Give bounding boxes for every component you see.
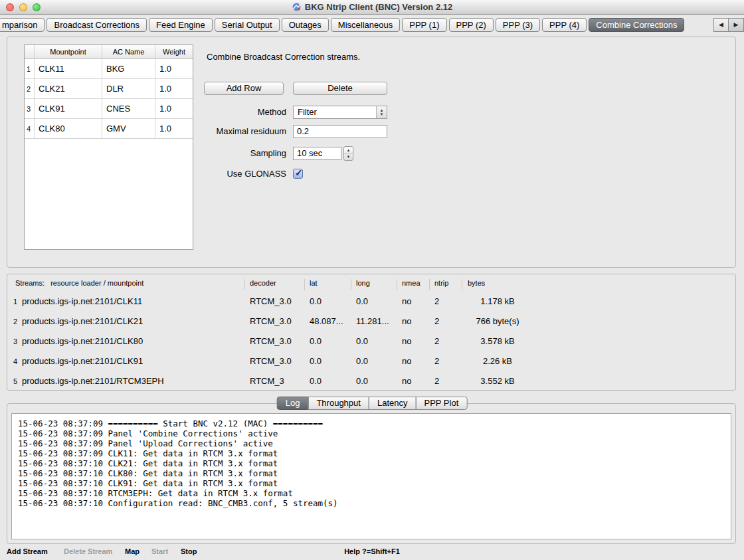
tab-broadcast-corrections[interactable]: Broadcast Corrections [46, 18, 147, 32]
log-line: 15-06-23 08:37:09 CLK11: Get data in RTC… [18, 448, 725, 458]
stream-row[interactable]: 2 products.igs-ip.net:2101/CLK21 RTCM_3.… [7, 312, 735, 331]
title-bar: BKG Ntrip Client (BNC) Version 2.12 [0, 0, 744, 15]
maximal-residuum-input[interactable]: 0.2 [293, 125, 387, 138]
row-number: 1 [13, 298, 17, 306]
stop-button[interactable]: Stop [181, 547, 197, 555]
stream-row[interactable]: 5 products.igs-ip.net:2101/RTCM3EPH RTCM… [7, 371, 735, 391]
stream-long: 0.0 [356, 376, 368, 386]
streams-header: Streams: resource loader / mountpoint de… [7, 278, 735, 290]
window-controls [6, 3, 41, 11]
tab-ppp-3[interactable]: PPP (3) [496, 18, 540, 32]
cell-ac-name[interactable]: DLR [102, 79, 155, 99]
row-number: 4 [13, 357, 17, 365]
method-selected-value: Filter [298, 107, 317, 117]
tab-throughput[interactable]: Throughput [308, 397, 369, 410]
stream-row[interactable]: 4 products.igs-ip.net:2101/CLK91 RTCM_3.… [7, 351, 735, 371]
cell-weight[interactable]: 1.0 [155, 79, 193, 99]
tab-log[interactable]: Log [277, 397, 309, 410]
tab-ppp-2[interactable]: PPP (2) [449, 18, 494, 32]
table-row[interactable]: 1 CLK11 BKG 1.0 [25, 59, 193, 79]
cell-ac-name[interactable]: BKG [102, 59, 155, 79]
map-button[interactable]: Map [125, 547, 140, 555]
tab-ppp-plot[interactable]: PPP Plot [415, 397, 467, 410]
stream-lat: 48.087... [310, 316, 343, 326]
row-number: 5 [13, 377, 17, 385]
stream-nmea: no [402, 356, 411, 366]
log-line: 15-06-23 08:37:10 Configuration read: BN… [18, 498, 725, 508]
stream-bytes: 2.26 kB [464, 356, 531, 366]
delete-stream-button[interactable]: Delete Stream [64, 547, 112, 555]
log-output[interactable]: 15-06-23 08:37:09 ========== Start BNC v… [11, 413, 731, 539]
action-toolbar: Add Stream Delete Stream Map Start Stop … [0, 544, 744, 560]
col-header-ac-name[interactable]: AC Name [102, 45, 155, 59]
stream-mountpoint: products.igs-ip.net:2101/CLK80 [22, 336, 143, 346]
log-line: 15-06-23 08:37:10 CLK91: Get data in RTC… [18, 478, 725, 488]
start-button[interactable]: Start [151, 547, 168, 555]
stream-nmea: no [402, 296, 411, 306]
stream-decoder: RTCM_3 [250, 376, 284, 386]
sampling-stepper: ▲ ▼ [343, 146, 353, 161]
tab-ppp-4[interactable]: PPP (4) [542, 18, 587, 32]
stream-bytes: 1.178 kB [464, 296, 531, 306]
add-stream-button[interactable]: Add Stream [7, 547, 48, 555]
tab-outages[interactable]: Outages [282, 18, 329, 32]
app-icon [292, 2, 302, 12]
cell-mountpoint[interactable]: CLK21 [35, 79, 102, 99]
col-header-mountpoint[interactable]: Mountpoint [35, 45, 102, 59]
close-button[interactable] [6, 3, 14, 11]
stream-decoder: RTCM_3.0 [250, 296, 292, 306]
zoom-button[interactable] [33, 3, 41, 11]
tab-scroll-left-icon[interactable]: ◀ [713, 18, 729, 32]
row-number: 3 [25, 99, 35, 119]
col-header-decoder: decoder [250, 279, 276, 287]
cell-mountpoint[interactable]: CLK80 [35, 119, 102, 139]
stream-lat: 0.0 [310, 296, 322, 306]
stream-row[interactable]: 1 products.igs-ip.net:2101/CLK11 RTCM_3.… [7, 292, 735, 312]
add-row-button[interactable]: Add Row [204, 82, 284, 95]
col-header-bytes: bytes [468, 279, 485, 287]
tab-feed-engine[interactable]: Feed Engine [149, 18, 213, 32]
bottom-tab-bar: Log Throughput Latency PPP Plot [277, 397, 468, 410]
minimize-button[interactable] [19, 3, 27, 11]
stream-mountpoint: products.igs-ip.net:2101/CLK91 [22, 356, 143, 366]
method-label: Method [140, 106, 286, 119]
col-header-nmea: nmea [402, 279, 420, 287]
stream-ntrip: 2 [434, 316, 439, 326]
stream-bytes: 3.578 kB [464, 336, 531, 346]
stream-mountpoint: products.igs-ip.net:2101/CLK11 [22, 296, 142, 306]
cell-weight[interactable]: 1.0 [155, 59, 193, 79]
tab-serial-output[interactable]: Serial Output [215, 18, 280, 32]
help-hint: Help ?=Shift+F1 [344, 547, 400, 555]
mountpoint-table-header: Mountpoint AC Name Weight [25, 45, 193, 59]
stream-lat: 0.0 [310, 336, 322, 346]
stream-nmea: no [402, 376, 411, 386]
cell-mountpoint[interactable]: CLK11 [35, 59, 102, 79]
stream-ntrip: 2 [434, 296, 439, 306]
stepper-up-icon[interactable]: ▲ [344, 147, 353, 153]
use-glonass-checkbox[interactable] [293, 169, 303, 179]
method-select[interactable]: Filter ▲▼ [293, 106, 387, 119]
tab-scroll-right-icon[interactable]: ▶ [729, 18, 744, 32]
main-tab-bar: mparison Broadcast Corrections Feed Engi… [0, 18, 744, 33]
log-line: 15-06-23 08:37:10 CLK80: Get data in RTC… [18, 468, 725, 478]
stream-nmea: no [402, 316, 411, 326]
combo-arrows-icon: ▲▼ [376, 106, 387, 118]
tab-miscellaneous[interactable]: Miscellaneous [331, 18, 400, 32]
stepper-down-icon[interactable]: ▼ [344, 153, 353, 160]
stream-decoder: RTCM_3.0 [250, 336, 292, 346]
tab-latency[interactable]: Latency [369, 397, 417, 410]
cell-mountpoint[interactable]: CLK91 [35, 99, 102, 119]
table-row[interactable]: 2 CLK21 DLR 1.0 [25, 79, 193, 99]
row-number: 4 [25, 119, 35, 139]
stream-row[interactable]: 3 products.igs-ip.net:2101/CLK80 RTCM_3.… [7, 331, 735, 351]
tab-comparison[interactable]: mparison [0, 18, 45, 32]
row-number: 2 [25, 79, 35, 99]
stream-lat: 0.0 [310, 356, 322, 366]
tab-ppp-1[interactable]: PPP (1) [402, 18, 446, 32]
stream-nmea: no [402, 336, 411, 346]
sampling-input[interactable]: 10 sec [293, 147, 341, 160]
maximal-residuum-label: Maximal residuum [140, 125, 286, 138]
delete-button[interactable]: Delete [293, 82, 387, 95]
tab-combine-corrections[interactable]: Combine Corrections [589, 18, 684, 32]
col-header-weight[interactable]: Weight [155, 45, 193, 59]
